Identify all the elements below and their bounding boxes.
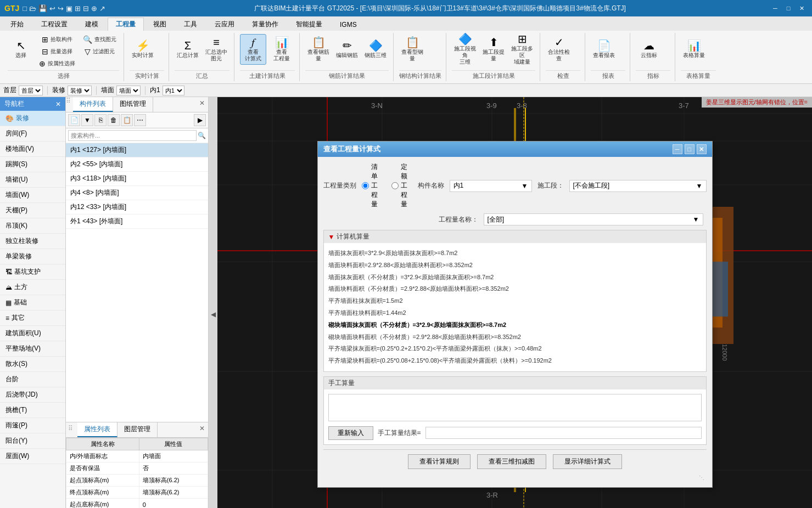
- wall-type-select[interactable]: 墙面: [116, 86, 141, 95]
- radio-list[interactable]: 清单工程量: [362, 162, 383, 209]
- nav-item-baseboard[interactable]: 踢脚(S): [0, 157, 65, 172]
- rebar-3d-btn[interactable]: 🔷 钢筋三维: [362, 34, 389, 65]
- stage-improve-btn[interactable]: ⬆ 施工段提量: [480, 34, 507, 65]
- nav-item-steps[interactable]: 台阶: [0, 372, 65, 387]
- nav-item-decoration[interactable]: 🎨 装修: [0, 111, 65, 126]
- comp-item-nei3[interactable]: 内3 <118> [内墙面]: [66, 172, 208, 186]
- tab-tools[interactable]: 工具: [176, 18, 205, 31]
- undo-btn[interactable]: ↩: [49, 4, 55, 13]
- nav-item-foundation[interactable]: ▦ 基础: [0, 295, 65, 311]
- nav-item-earthwork[interactable]: ⛰ 土方: [0, 280, 65, 295]
- tool1[interactable]: ▣: [66, 4, 72, 13]
- nav-item-waterproof[interactable]: 散水(S): [0, 357, 65, 372]
- new-comp-btn[interactable]: 📄: [68, 114, 80, 126]
- deco-select[interactable]: 装修: [68, 86, 92, 95]
- tab-prop-list[interactable]: 属性列表: [77, 422, 117, 437]
- dialog-minimize-btn[interactable]: ─: [673, 144, 682, 154]
- dialog-close-btn[interactable]: ✕: [697, 144, 707, 154]
- grab-collect-btn[interactable]: ⊞ 拾取构件: [36, 34, 78, 45]
- filter-select-btn[interactable]: ⊕ 按属性选择: [36, 58, 78, 69]
- nav-item-room[interactable]: 房间(F): [0, 126, 65, 142]
- nav-item-ceiling[interactable]: 天棚(P): [0, 203, 65, 218]
- nav-item-suspended[interactable]: 吊顶(K): [0, 218, 65, 234]
- comp-item-nei2[interactable]: 内2 <55> [内墙面]: [66, 157, 208, 172]
- view-rebar-btn[interactable]: 📋 查看钢筋量: [305, 34, 332, 65]
- copy-comp-btn[interactable]: ⎘: [94, 114, 107, 126]
- new-comp-arrow[interactable]: ▼: [81, 114, 93, 126]
- comp-item-nei12[interactable]: 内12 <33> [内墙面]: [66, 200, 208, 215]
- qty-name-select[interactable]: [全部] ▼: [484, 213, 703, 225]
- tab-quantity[interactable]: 工程量: [108, 18, 144, 31]
- nav-item-standalone[interactable]: 独立柱装修: [0, 234, 65, 249]
- view-quantity-btn[interactable]: 📊 查看工程量: [268, 34, 295, 65]
- total-calc-btn[interactable]: Σ 汇总计算: [175, 34, 201, 65]
- tool5[interactable]: ↗: [99, 4, 105, 13]
- open-btn[interactable]: 🗁: [29, 4, 36, 13]
- expand-btn[interactable]: ▶: [194, 114, 206, 126]
- nav-item-post-pour[interactable]: 后浇带(JD): [0, 387, 65, 403]
- table-qty-btn[interactable]: 📊 表格算量: [681, 34, 707, 65]
- tab-model[interactable]: 建模: [77, 18, 107, 31]
- realtime-calc-btn[interactable]: ⚡ 实时计算: [130, 34, 156, 65]
- search-input[interactable]: [68, 130, 197, 141]
- comp-item-nei1[interactable]: 内1 <127> [内墙面]: [66, 143, 208, 157]
- tab-budget[interactable]: 算量协作: [244, 18, 287, 31]
- redo-btn[interactable]: ↪: [58, 4, 64, 13]
- delete-comp-btn[interactable]: 🗑: [108, 114, 120, 126]
- tab-view[interactable]: 视图: [145, 18, 175, 31]
- tab-drawing-mgmt[interactable]: 图纸管理: [113, 97, 153, 112]
- close-btn[interactable]: ✕: [796, 2, 808, 14]
- resize-handle[interactable]: ⋱: [323, 473, 707, 482]
- maximize-btn[interactable]: □: [782, 2, 794, 14]
- select-btn[interactable]: ↖ 选择: [8, 34, 34, 65]
- edit-rebar-btn[interactable]: ✏ 编辑钢筋: [334, 34, 360, 65]
- nav-item-wall-cover[interactable]: 墙裙(U): [0, 172, 65, 188]
- search-icon[interactable]: 🔍: [198, 132, 206, 139]
- view-report-btn[interactable]: 📄 查看报表: [591, 34, 617, 65]
- cloud-index-btn[interactable]: ☁ 云指标: [636, 34, 662, 65]
- tab-cloud[interactable]: 云应用: [206, 18, 243, 31]
- view-steel-btn[interactable]: 📋 查看型钢量: [399, 34, 425, 65]
- component-select[interactable]: 内1 ▼: [450, 180, 532, 192]
- nav-item-leveling[interactable]: 平整场地(V): [0, 341, 65, 357]
- dialog-maximize-btn[interactable]: □: [685, 144, 695, 154]
- reinput-btn[interactable]: 重新输入: [328, 426, 373, 440]
- tab-component-list[interactable]: 构件列表: [73, 97, 113, 112]
- dialog-titlebar[interactable]: 查看工程量计算式 ─ □ ✕: [318, 142, 712, 157]
- tab-igms[interactable]: IGMS: [332, 18, 365, 31]
- show-detail-btn[interactable]: 显示详细计算式: [553, 454, 622, 469]
- tab-start[interactable]: 开始: [2, 18, 32, 31]
- nav-item-awning[interactable]: 雨篷(P): [0, 418, 65, 433]
- stage-select[interactable]: [不会施工段] ▼: [569, 180, 707, 192]
- tab-smart[interactable]: 智能提量: [288, 18, 331, 31]
- nav-item-single-beam[interactable]: 单梁装修: [0, 249, 65, 264]
- find-elem-btn[interactable]: 🔍 查找图元: [80, 34, 119, 45]
- prop-panel-close[interactable]: ✕: [196, 422, 208, 437]
- mid-panel-close[interactable]: ✕: [196, 97, 208, 112]
- radio-list-input[interactable]: [362, 182, 369, 189]
- batch-select-btn[interactable]: ⊟ 批量选择: [36, 46, 78, 57]
- comp-item-wai1[interactable]: 外1 <43> [外墙面]: [66, 215, 208, 229]
- stage-multi-btn[interactable]: ⊞ 施工段多区域建量: [509, 34, 535, 65]
- nav-item-roof[interactable]: 屋面(W): [0, 449, 65, 464]
- paste-comp-btn[interactable]: 📋: [121, 114, 133, 126]
- manual-input[interactable]: [328, 394, 702, 421]
- tool4[interactable]: ⊕: [91, 4, 97, 13]
- tab-layer-mgmt[interactable]: 图层管理: [117, 422, 158, 437]
- tool2[interactable]: ⊞: [75, 4, 81, 13]
- comp-item-nei4[interactable]: 内4 <8> [内墙面]: [66, 186, 208, 200]
- nav-item-floor-tile[interactable]: 楼地面(V): [0, 142, 65, 157]
- new-btn[interactable]: □: [23, 4, 27, 13]
- nav-close-icon[interactable]: ✕: [55, 100, 61, 108]
- nav-item-foundation-support[interactable]: 🏗 基坑支护: [0, 264, 65, 280]
- minimize-btn[interactable]: ─: [769, 2, 781, 14]
- more-comp-btn[interactable]: ⋯: [134, 114, 146, 126]
- filter-elem-btn[interactable]: ▽ 过滤图元: [80, 46, 119, 57]
- view-calc-rule-btn[interactable]: 查看计算规则: [408, 454, 471, 469]
- summary-view-btn[interactable]: ≡ 汇总选中图元: [203, 34, 229, 65]
- nav-item-balcony[interactable]: 阳台(Y): [0, 433, 65, 449]
- legal-check-btn[interactable]: ✓ 合法性检查: [546, 34, 572, 65]
- nav-item-other[interactable]: ≡ 其它: [0, 311, 65, 326]
- radio-quota-input[interactable]: [391, 182, 399, 189]
- floor-select[interactable]: 首层: [19, 86, 43, 95]
